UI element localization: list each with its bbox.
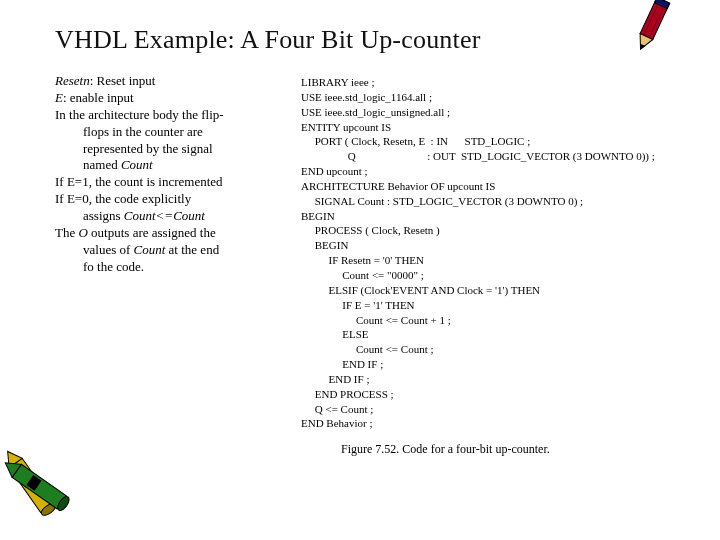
text: at the end <box>165 242 219 257</box>
content-row: Resetn: Reset input E: enable input In t… <box>55 73 680 457</box>
text: assigns <box>83 208 124 223</box>
text: values of <box>83 242 134 257</box>
code-line: ARCHITECTURE Behavior OF upcount IS <box>301 179 680 194</box>
code-line: Q : OUT STD_LOGIC_VECTOR (3 DOWNTO 0)) ; <box>301 149 680 164</box>
code-line: IF Resetn = '0' THEN <box>301 253 680 268</box>
code-line: END IF ; <box>301 372 680 387</box>
term-assign: Count<=Count <box>124 208 205 223</box>
figure-caption: Figure 7.52. Code for a four-bit up-coun… <box>301 441 680 457</box>
code-line: END PROCESS ; <box>301 387 680 402</box>
code-line: END Behavior ; <box>301 416 680 431</box>
text: represented by the signal <box>55 141 295 158</box>
code-line: USE ieee.std_logic_unsigned.all ; <box>301 105 680 120</box>
crayons-icon <box>0 412 110 532</box>
code-line: END IF ; <box>301 357 680 372</box>
pencil-icon <box>622 0 682 62</box>
text: values of Count at the end <box>55 242 295 259</box>
text: assigns Count<=Count <box>55 208 295 225</box>
text: If E=0, the code explicitly <box>55 191 191 206</box>
code-line: Q <= Count ; <box>301 402 680 417</box>
text: : enable input <box>63 90 134 105</box>
term-count2: Count <box>134 242 166 257</box>
code-line: SIGNAL Count : STD_LOGIC_VECTOR (3 DOWNT… <box>301 194 680 209</box>
text: The <box>55 225 78 240</box>
code-line: PROCESS ( Clock, Resetn ) <box>301 223 680 238</box>
desc-e1: If E=1, the count is incremented <box>55 174 295 191</box>
code-line: BEGIN <box>301 209 680 224</box>
text: named Count <box>55 157 295 174</box>
text: flops in the counter are <box>55 124 295 141</box>
code-line: PORT ( Clock, Resetn, E : IN STD_LOGIC ; <box>301 134 680 149</box>
code-line: END upcount ; <box>301 164 680 179</box>
term-o: O <box>78 225 87 240</box>
text: : Reset input <box>90 73 156 88</box>
code-line: Count <= "0000" ; <box>301 268 680 283</box>
text: named <box>83 157 121 172</box>
slide-title: VHDL Example: A Four Bit Up-counter <box>55 25 680 55</box>
code-line: LIBRARY ieee ; <box>301 75 680 90</box>
desc-resetn: Resetn: Reset input <box>55 73 295 90</box>
desc-enable: E: enable input <box>55 90 295 107</box>
code-line: IF E = '1' THEN <box>301 298 680 313</box>
text: outputs are assigned the <box>88 225 216 240</box>
description-column: Resetn: Reset input E: enable input In t… <box>55 73 295 457</box>
desc-output: The O outputs are assigned the values of… <box>55 225 295 276</box>
code-line: ENTITY upcount IS <box>301 120 680 135</box>
code-line: Count <= Count ; <box>301 342 680 357</box>
term-resetn: Resetn <box>55 73 90 88</box>
code-line: ELSE <box>301 327 680 342</box>
text: fo the code. <box>55 259 295 276</box>
code-line: BEGIN <box>301 238 680 253</box>
code-column: LIBRARY ieee ; USE ieee.std_logic_1164.a… <box>301 73 680 457</box>
code-line: ELSIF (Clock'EVENT AND Clock = '1') THEN <box>301 283 680 298</box>
code-line: Count <= Count + 1 ; <box>301 313 680 328</box>
code-line: USE ieee.std_logic_1164.all ; <box>301 90 680 105</box>
text: In the architecture body the flip- <box>55 107 224 122</box>
desc-arch: In the architecture body the flip- flops… <box>55 107 295 175</box>
desc-e0: If E=0, the code explicitly assigns Coun… <box>55 191 295 225</box>
term-e: E <box>55 90 63 105</box>
term-count: Count <box>121 157 153 172</box>
